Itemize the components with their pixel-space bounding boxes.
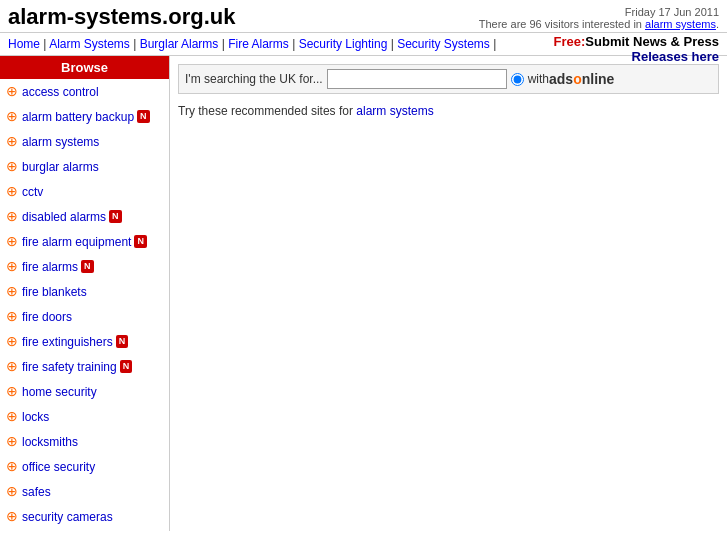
sidebar-item: ⊕fire extinguishersN xyxy=(0,329,169,354)
search-radio[interactable] xyxy=(511,73,524,86)
nav-fire-alarms[interactable]: Fire Alarms xyxy=(228,37,289,51)
sidebar-link-fire-blankets[interactable]: fire blankets xyxy=(22,283,87,301)
search-input[interactable] xyxy=(327,69,507,89)
sidebar-link-fire-alarm-equipment[interactable]: fire alarm equipment xyxy=(22,233,131,251)
visitors-text: There are 96 visitors interested in xyxy=(479,18,645,30)
press-submit: Submit News & Press xyxy=(585,34,719,49)
sidebar-item: ⊕locks xyxy=(0,404,169,429)
sidebar-item: ⊕alarm battery backupN xyxy=(0,104,169,129)
recommend-link[interactable]: alarm systems xyxy=(356,104,433,118)
sidebar-link-locks[interactable]: locks xyxy=(22,408,49,426)
sidebar-item: ⊕access control xyxy=(0,79,169,104)
bullet-icon: ⊕ xyxy=(6,406,18,427)
sidebar-item: ⊕security lighting xyxy=(0,529,169,531)
bullet-icon: ⊕ xyxy=(6,481,18,502)
bullet-icon: ⊕ xyxy=(6,231,18,252)
bullet-icon: ⊕ xyxy=(6,181,18,202)
bullet-icon: ⊕ xyxy=(6,156,18,177)
sidebar-link-locksmiths[interactable]: locksmiths xyxy=(22,433,78,451)
sidebar-link-fire-extinguishers[interactable]: fire extinguishers xyxy=(22,333,113,351)
bullet-icon: ⊕ xyxy=(6,306,18,327)
sidebar-link-safes[interactable]: safes xyxy=(22,483,51,501)
recommend-text: Try these recommended sites for xyxy=(178,104,356,118)
sidebar-items: ⊕access control⊕alarm battery backupN⊕al… xyxy=(0,79,169,531)
sidebar-item: ⊕security cameras xyxy=(0,504,169,529)
sidebar-item: ⊕fire alarmsN xyxy=(0,254,169,279)
press-release-block: Free:Submit News & Press Releases here xyxy=(554,34,719,64)
sidebar-title: Browse xyxy=(0,56,169,79)
sidebar-item: ⊕fire doors xyxy=(0,304,169,329)
bullet-icon: ⊕ xyxy=(6,356,18,377)
new-badge: N xyxy=(81,260,94,274)
sidebar-item: ⊕office security xyxy=(0,454,169,479)
sidebar-link-fire-doors[interactable]: fire doors xyxy=(22,308,72,326)
new-badge: N xyxy=(137,110,150,124)
new-badge: N xyxy=(134,235,147,249)
sidebar: Browse ⊕access control⊕alarm battery bac… xyxy=(0,56,170,531)
bullet-icon: ⊕ xyxy=(6,256,18,277)
date-text: Friday 17 Jun 2011 xyxy=(625,6,719,18)
visitors-link[interactable]: alarm systems xyxy=(645,18,716,30)
sidebar-item: ⊕burglar alarms xyxy=(0,154,169,179)
ads-label: adsonline xyxy=(549,71,614,87)
press-free: Free: xyxy=(554,34,586,49)
sidebar-item: ⊕fire safety trainingN xyxy=(0,354,169,379)
new-badge: N xyxy=(116,335,129,349)
recommend-line: Try these recommended sites for alarm sy… xyxy=(178,104,719,118)
sidebar-item: ⊕alarm systems xyxy=(0,129,169,154)
bullet-icon: ⊕ xyxy=(6,81,18,102)
sidebar-item: ⊕locksmiths xyxy=(0,429,169,454)
site-title: alarm-systems.org.uk xyxy=(8,4,235,30)
date-info: Friday 17 Jun 2011 There are 96 visitors… xyxy=(479,6,719,30)
bullet-icon: ⊕ xyxy=(6,456,18,477)
sidebar-item: ⊕fire blankets xyxy=(0,279,169,304)
sidebar-item: ⊕fire alarm equipmentN xyxy=(0,229,169,254)
nav-burglar-alarms[interactable]: Burglar Alarms xyxy=(140,37,219,51)
sidebar-item: ⊕cctv xyxy=(0,179,169,204)
sidebar-link-cctv[interactable]: cctv xyxy=(22,183,43,201)
search-label: I'm searching the UK for... xyxy=(185,72,323,86)
bullet-icon: ⊕ xyxy=(6,281,18,302)
sidebar-item: ⊕disabled alarmsN xyxy=(0,204,169,229)
sidebar-link-burglar-alarms[interactable]: burglar alarms xyxy=(22,158,99,176)
nav-security-systems[interactable]: Security Systems xyxy=(397,37,490,51)
bullet-icon: ⊕ xyxy=(6,381,18,402)
sidebar-link-fire-safety-training[interactable]: fire safety training xyxy=(22,358,117,376)
sidebar-link-fire-alarms[interactable]: fire alarms xyxy=(22,258,78,276)
nav-home[interactable]: Home xyxy=(8,37,40,51)
bullet-icon: ⊕ xyxy=(6,431,18,452)
sidebar-link-security-cameras[interactable]: security cameras xyxy=(22,508,113,526)
sidebar-link-office-security[interactable]: office security xyxy=(22,458,95,476)
sidebar-item: ⊕safes xyxy=(0,479,169,504)
new-badge: N xyxy=(120,360,133,374)
sidebar-link-access-control[interactable]: access control xyxy=(22,83,99,101)
sidebar-link-alarm-battery-backup[interactable]: alarm battery backup xyxy=(22,108,134,126)
bullet-icon: ⊕ xyxy=(6,131,18,152)
bullet-icon: ⊕ xyxy=(6,106,18,127)
sidebar-link-alarm-systems[interactable]: alarm systems xyxy=(22,133,99,151)
bullet-icon: ⊕ xyxy=(6,331,18,352)
sidebar-item: ⊕home security xyxy=(0,379,169,404)
search-bar: I'm searching the UK for... with adsonli… xyxy=(178,64,719,94)
nav-alarm-systems[interactable]: Alarm Systems xyxy=(49,37,130,51)
header-row: alarm-systems.org.uk Friday 17 Jun 2011 … xyxy=(0,0,727,32)
nav-security-lighting[interactable]: Security Lighting xyxy=(299,37,388,51)
with-label: with xyxy=(528,72,549,86)
content-area: Free:Submit News & Press Releases here I… xyxy=(170,56,727,531)
main-layout: Browse ⊕access control⊕alarm battery bac… xyxy=(0,56,727,531)
sidebar-link-disabled-alarms[interactable]: disabled alarms xyxy=(22,208,106,226)
sidebar-link-home-security[interactable]: home security xyxy=(22,383,97,401)
bullet-icon: ⊕ xyxy=(6,506,18,527)
bullet-icon: ⊕ xyxy=(6,206,18,227)
new-badge: N xyxy=(109,210,122,224)
press-link[interactable]: Releases here xyxy=(632,49,719,64)
